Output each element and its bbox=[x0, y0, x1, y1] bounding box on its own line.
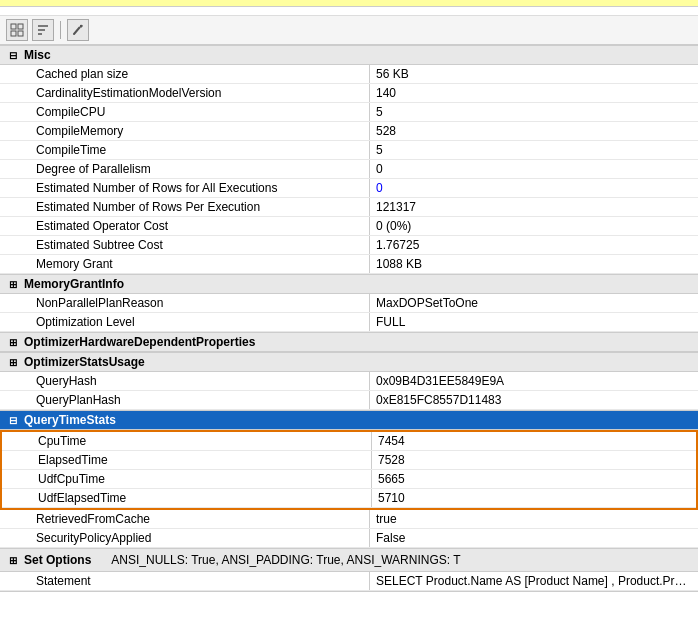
property-name: QueryHash bbox=[0, 372, 370, 390]
property-value: 5665 bbox=[372, 470, 696, 488]
property-name: Estimated Number of Rows for All Executi… bbox=[0, 179, 370, 197]
property-name: CardinalityEstimationModelVersion bbox=[0, 84, 370, 102]
section-header-set-options[interactable]: ⊞Set OptionsANSI_NULLS: True, ANSI_PADDI… bbox=[0, 548, 698, 572]
property-row[interactable]: SecurityPolicyAppliedFalse bbox=[0, 529, 698, 548]
property-value: 7454 bbox=[372, 432, 696, 450]
expand-icon: ⊟ bbox=[6, 415, 20, 426]
property-value: SELECT Product.Name AS [Product Name] , … bbox=[370, 572, 698, 590]
property-name: CpuTime bbox=[2, 432, 372, 450]
section-header-misc[interactable]: ⊟Misc bbox=[0, 45, 698, 65]
section-label: QueryTimeStats bbox=[24, 413, 116, 427]
property-name: ElapsedTime bbox=[2, 451, 372, 469]
svg-rect-1 bbox=[18, 24, 23, 29]
expand-icon: ⊞ bbox=[6, 357, 20, 368]
property-row[interactable]: RetrievedFromCachetrue bbox=[0, 510, 698, 529]
toolbar-btn-wrench[interactable] bbox=[67, 19, 89, 41]
property-row[interactable]: CompileMemory528 bbox=[0, 122, 698, 141]
property-value: 5710 bbox=[372, 489, 696, 507]
property-value: 140 bbox=[370, 84, 698, 102]
svg-rect-2 bbox=[11, 31, 16, 36]
toolbar-btn-grid[interactable] bbox=[6, 19, 28, 41]
property-value: False bbox=[370, 529, 698, 547]
property-name: UdfElapsedTime bbox=[2, 489, 372, 507]
property-row[interactable]: CompileCPU5 bbox=[0, 103, 698, 122]
property-name: Statement bbox=[0, 572, 370, 590]
section-header-query-time-stats[interactable]: ⊟QueryTimeStats bbox=[0, 410, 698, 430]
toolbar bbox=[0, 16, 698, 45]
property-name: Optimization Level bbox=[0, 313, 370, 331]
property-row[interactable]: StatementSELECT Product.Name AS [Product… bbox=[0, 572, 698, 591]
property-value: 0 (0%) bbox=[370, 217, 698, 235]
property-name: Cached plan size bbox=[0, 65, 370, 83]
property-row[interactable]: ElapsedTime7528 bbox=[2, 451, 696, 470]
section-label: OptimizerHardwareDependentProperties bbox=[24, 335, 255, 349]
section-label: OptimizerStatsUsage bbox=[24, 355, 145, 369]
section-header-wait-stats[interactable]: ⊞WaitStats bbox=[0, 591, 698, 592]
property-name: NonParallelPlanReason bbox=[0, 294, 370, 312]
property-row[interactable]: CompileTime5 bbox=[0, 141, 698, 160]
property-value: 0x09B4D31EE5849E9A bbox=[370, 372, 698, 390]
property-row[interactable]: CpuTime7454 bbox=[2, 432, 696, 451]
section-label: Misc bbox=[24, 48, 51, 62]
property-value: 1.76725 bbox=[370, 236, 698, 254]
property-value: 0 bbox=[370, 160, 698, 178]
section-inline-value: ANSI_NULLS: True, ANSI_PADDING: True, AN… bbox=[105, 551, 692, 569]
property-row[interactable]: Estimated Operator Cost0 (0%) bbox=[0, 217, 698, 236]
property-row[interactable]: UdfElapsedTime5710 bbox=[2, 489, 696, 508]
property-name: Estimated Number of Rows Per Execution bbox=[0, 198, 370, 216]
property-row[interactable]: Estimated Number of Rows Per Execution12… bbox=[0, 198, 698, 217]
select-label bbox=[0, 7, 698, 16]
property-name: Estimated Operator Cost bbox=[0, 217, 370, 235]
property-row[interactable]: Estimated Number of Rows for All Executi… bbox=[0, 179, 698, 198]
section-label: Set Options bbox=[24, 553, 91, 567]
property-row[interactable]: NonParallelPlanReasonMaxDOPSetToOne bbox=[0, 294, 698, 313]
toolbar-btn-sort[interactable] bbox=[32, 19, 54, 41]
expand-icon: ⊞ bbox=[6, 279, 20, 290]
property-row[interactable]: CardinalityEstimationModelVersion140 bbox=[0, 84, 698, 103]
svg-rect-0 bbox=[11, 24, 16, 29]
property-value: 0 bbox=[370, 179, 698, 197]
property-value: 528 bbox=[370, 122, 698, 140]
expand-icon: ⊞ bbox=[6, 555, 20, 566]
svg-rect-3 bbox=[18, 31, 23, 36]
property-row[interactable]: Memory Grant1088 KB bbox=[0, 255, 698, 274]
section-header-optimizer-hardware[interactable]: ⊞OptimizerHardwareDependentProperties bbox=[0, 332, 698, 352]
property-value: 1088 KB bbox=[370, 255, 698, 273]
property-name: RetrievedFromCache bbox=[0, 510, 370, 528]
property-row[interactable]: UdfCpuTime5665 bbox=[2, 470, 696, 489]
property-value: 7528 bbox=[372, 451, 696, 469]
property-row[interactable]: QueryHash0x09B4D31EE5849E9A bbox=[0, 372, 698, 391]
section-label: MemoryGrantInfo bbox=[24, 277, 124, 291]
property-name: CompileTime bbox=[0, 141, 370, 159]
property-row[interactable]: Estimated Subtree Cost1.76725 bbox=[0, 236, 698, 255]
property-name: CompileCPU bbox=[0, 103, 370, 121]
expand-icon: ⊟ bbox=[6, 50, 20, 61]
property-row[interactable]: Degree of Parallelism0 bbox=[0, 160, 698, 179]
property-name: Estimated Subtree Cost bbox=[0, 236, 370, 254]
property-value: true bbox=[370, 510, 698, 528]
property-name: UdfCpuTime bbox=[2, 470, 372, 488]
property-value: 56 KB bbox=[370, 65, 698, 83]
property-name: Memory Grant bbox=[0, 255, 370, 273]
section-header-memory-grant-info[interactable]: ⊞MemoryGrantInfo bbox=[0, 274, 698, 294]
property-name: CompileMemory bbox=[0, 122, 370, 140]
property-value: MaxDOPSetToOne bbox=[370, 294, 698, 312]
property-value: 121317 bbox=[370, 198, 698, 216]
toolbar-separator bbox=[60, 21, 61, 39]
expand-icon: ⊞ bbox=[6, 337, 20, 348]
property-row[interactable]: Optimization LevelFULL bbox=[0, 313, 698, 332]
property-value: 5 bbox=[370, 103, 698, 121]
property-row[interactable]: QueryPlanHash0xE815FC8557D11483 bbox=[0, 391, 698, 410]
title-bar bbox=[0, 0, 698, 7]
property-name: Degree of Parallelism bbox=[0, 160, 370, 178]
properties-container: ⊟MiscCached plan size56 KBCardinalityEst… bbox=[0, 45, 698, 592]
property-name: QueryPlanHash bbox=[0, 391, 370, 409]
svg-line-7 bbox=[74, 28, 80, 35]
property-value: 0xE815FC8557D11483 bbox=[370, 391, 698, 409]
section-header-optimizer-stats[interactable]: ⊞OptimizerStatsUsage bbox=[0, 352, 698, 372]
property-name: SecurityPolicyApplied bbox=[0, 529, 370, 547]
property-value: FULL bbox=[370, 313, 698, 331]
property-row[interactable]: Cached plan size56 KB bbox=[0, 65, 698, 84]
property-value: 5 bbox=[370, 141, 698, 159]
